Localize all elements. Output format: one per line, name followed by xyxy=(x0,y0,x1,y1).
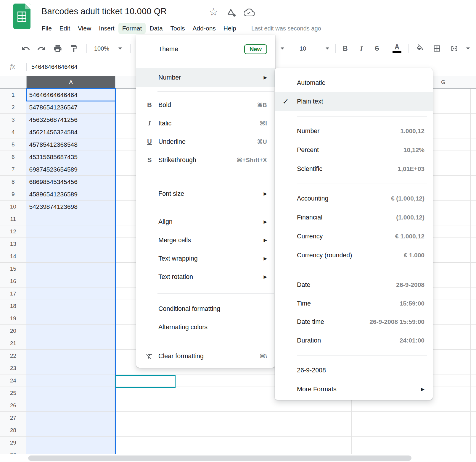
cell[interactable] xyxy=(471,437,476,449)
cell[interactable] xyxy=(471,374,476,387)
cell-A13[interactable] xyxy=(26,238,115,250)
cell[interactable] xyxy=(174,399,233,412)
submenu-item-currency-rounded[interactable]: Currency (rounded) € 1.000 xyxy=(275,246,433,265)
strikethrough-button[interactable]: S xyxy=(375,45,379,52)
fill-color-button[interactable] xyxy=(416,44,424,53)
font-caret-icon[interactable] xyxy=(281,48,284,50)
cell[interactable] xyxy=(471,89,476,101)
merge-cells-button[interactable] xyxy=(450,44,459,53)
row-header-2[interactable]: 2 xyxy=(0,101,26,114)
cell-A15[interactable] xyxy=(26,263,115,275)
cell[interactable] xyxy=(174,387,233,399)
borders-button[interactable] xyxy=(433,44,441,53)
submenu-item-percent[interactable]: Percent 10,12% xyxy=(275,140,433,159)
cell-A2[interactable]: 54786541236547 xyxy=(26,101,115,114)
row-header-11[interactable]: 11 xyxy=(0,213,26,225)
menu-item-clear-formatting[interactable]: Clear formatting ⌘\ xyxy=(136,347,275,365)
menu-item-alternating-colors[interactable]: Alternating colors xyxy=(136,318,275,336)
cell-A5[interactable]: 45785412368548 xyxy=(26,138,115,151)
zoom-select[interactable]: 100% xyxy=(94,45,109,52)
cell[interactable] xyxy=(411,437,471,449)
formula-input[interactable]: 54646464646464 xyxy=(31,64,78,70)
cell[interactable] xyxy=(115,424,174,437)
row-header-1[interactable]: 1 xyxy=(0,89,26,101)
row-header-9[interactable]: 9 xyxy=(0,188,26,201)
submenu-item-currency[interactable]: Currency € 1.000,12 xyxy=(275,227,433,246)
menu-insert[interactable]: Insert xyxy=(95,23,118,34)
cell[interactable] xyxy=(174,412,233,424)
star-icon[interactable]: ☆ xyxy=(209,6,218,18)
undo-button[interactable] xyxy=(21,44,30,53)
cell[interactable] xyxy=(471,399,476,412)
cell[interactable] xyxy=(471,201,476,213)
cell-A10[interactable]: 54239874123698 xyxy=(26,201,115,213)
cell-A4[interactable]: 45621456324584 xyxy=(26,126,115,138)
row-header-23[interactable]: 23 xyxy=(0,362,26,374)
menu-item-underline[interactable]: U Underline ⌘U xyxy=(136,133,275,151)
row-header-4[interactable]: 4 xyxy=(0,126,26,138)
row-header-5[interactable]: 5 xyxy=(0,138,26,151)
menu-format[interactable]: Format xyxy=(118,23,146,34)
cell-A8[interactable]: 68698545345456 xyxy=(26,176,115,188)
menu-item-bold[interactable]: B Bold ⌘B xyxy=(136,96,275,114)
font-size-caret-icon[interactable] xyxy=(326,48,329,50)
cell[interactable] xyxy=(352,424,411,437)
sheets-logo[interactable] xyxy=(13,4,30,29)
cell-A24[interactable] xyxy=(26,374,115,387)
row-header-6[interactable]: 6 xyxy=(0,151,26,163)
cell[interactable] xyxy=(471,424,476,437)
last-edit-link[interactable]: Last edit was seconds ago xyxy=(251,25,321,32)
print-button[interactable] xyxy=(53,44,62,53)
cell[interactable] xyxy=(292,412,352,424)
cell-A9[interactable]: 45896541236589 xyxy=(26,188,115,201)
submenu-item-time[interactable]: Time 15:59:00 xyxy=(275,294,433,313)
cell[interactable] xyxy=(174,424,233,437)
cell[interactable] xyxy=(471,101,476,114)
cell[interactable] xyxy=(292,424,352,437)
document-title[interactable]: Barcodes adult ticket 10.000 QR xyxy=(41,7,167,16)
cell[interactable] xyxy=(471,412,476,424)
cell-A16[interactable] xyxy=(26,275,115,287)
cell-A21[interactable] xyxy=(26,337,115,350)
bold-button[interactable]: B xyxy=(343,45,348,53)
paint-format-button[interactable] xyxy=(70,44,78,53)
menu-item-theme[interactable]: Theme New xyxy=(136,41,275,57)
column-header-a[interactable]: A xyxy=(27,76,115,88)
cell[interactable] xyxy=(471,312,476,325)
cell-A19[interactable] xyxy=(26,312,115,325)
submenu-item-automatic[interactable]: Automatic xyxy=(275,74,433,92)
cell[interactable] xyxy=(174,374,233,387)
cell[interactable] xyxy=(471,213,476,225)
submenu-item-duration[interactable]: Duration 24:01:00 xyxy=(275,331,433,350)
row-header-14[interactable]: 14 xyxy=(0,250,26,263)
row-header-22[interactable]: 22 xyxy=(0,350,26,362)
cell-A3[interactable]: 45632568741256 xyxy=(26,114,115,126)
drive-shortcut-icon[interactable] xyxy=(226,8,236,18)
cell[interactable] xyxy=(471,387,476,399)
menu-item-align[interactable]: Align ▶ xyxy=(136,213,275,231)
submenu-item-number[interactable]: Number 1.000,12 xyxy=(275,122,433,140)
row-header-15[interactable]: 15 xyxy=(0,263,26,275)
menu-addons[interactable]: Add-ons xyxy=(189,23,220,34)
cell[interactable] xyxy=(292,399,352,412)
row-header-10[interactable]: 10 xyxy=(0,201,26,213)
menu-file[interactable]: File xyxy=(38,23,56,34)
cell-A11[interactable] xyxy=(26,213,115,225)
cell[interactable] xyxy=(233,437,292,449)
row-header-25[interactable]: 25 xyxy=(0,387,26,399)
cell[interactable] xyxy=(115,399,174,412)
cell[interactable] xyxy=(411,424,471,437)
cell[interactable] xyxy=(115,437,174,449)
menu-item-font-size[interactable]: Font size ▶ xyxy=(136,185,275,203)
cell-A27[interactable] xyxy=(26,412,115,424)
cell[interactable] xyxy=(411,399,471,412)
cell-A26[interactable] xyxy=(26,399,115,412)
cell[interactable] xyxy=(233,424,292,437)
cell[interactable] xyxy=(471,263,476,275)
column-header-partial[interactable] xyxy=(473,76,476,88)
cell-A29[interactable] xyxy=(26,437,115,449)
row-header-13[interactable]: 13 xyxy=(0,238,26,250)
cell[interactable] xyxy=(471,176,476,188)
row-header-21[interactable]: 21 xyxy=(0,337,26,350)
row-header-16[interactable]: 16 xyxy=(0,275,26,287)
